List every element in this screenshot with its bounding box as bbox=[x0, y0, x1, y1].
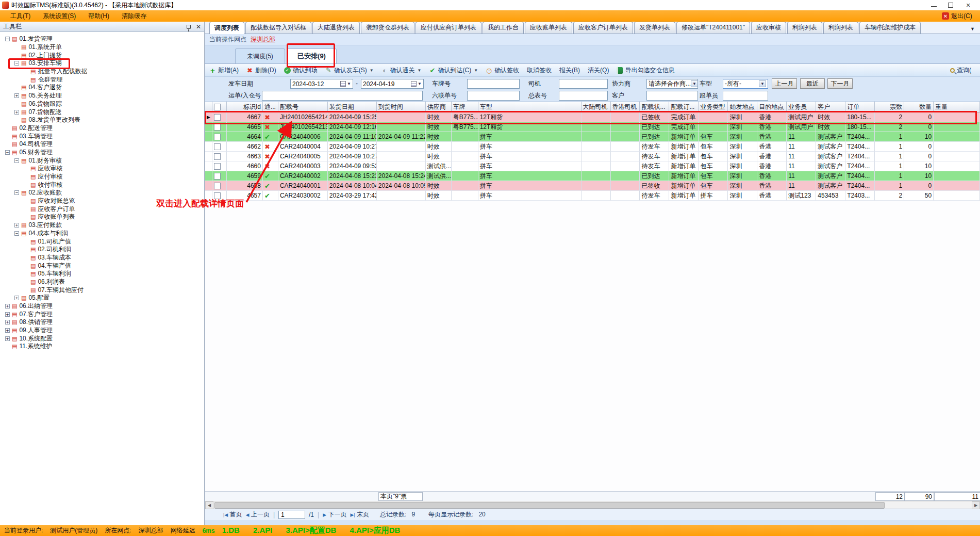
tab-装卸货仓群列表[interactable]: 装卸货仓群列表 bbox=[361, 22, 414, 34]
pin-icon[interactable] bbox=[187, 25, 191, 29]
column-header-客户[interactable]: 客户 bbox=[816, 102, 845, 112]
tree-item-应收对账总览[interactable]: ▤应收对账总览 bbox=[0, 197, 204, 205]
table-row-4662[interactable]: 4662✖CAR240400042024-04-09 10:27时效拼车待发车新… bbox=[205, 142, 980, 152]
calendar-icon[interactable] bbox=[411, 81, 417, 87]
row-checkbox[interactable] bbox=[214, 134, 221, 140]
tree-expander-icon[interactable]: − bbox=[5, 150, 10, 155]
row-checkbox[interactable] bbox=[214, 153, 221, 160]
menu-tools[interactable]: 工具(T) bbox=[4, 11, 37, 22]
tree-item-05.配置[interactable]: +▤05.配置 bbox=[0, 294, 204, 302]
tree-item-08.发货单更改列表[interactable]: ▤08.发货单更改列表 bbox=[0, 116, 204, 124]
netpoint-value[interactable]: 深圳总部 bbox=[251, 35, 275, 44]
customer-input[interactable] bbox=[646, 91, 698, 101]
toolbar-button-新增(A)[interactable]: +新增(A) bbox=[209, 66, 239, 75]
tab-调度列表[interactable]: 调度列表 bbox=[209, 22, 244, 34]
tree-expander-icon[interactable]: − bbox=[14, 231, 19, 236]
table-row-4663[interactable]: 4663✖CAR240400052024-04-09 10:27时效拼车待发车新… bbox=[205, 152, 980, 161]
column-header-供应商[interactable]: 供应商 bbox=[426, 102, 452, 112]
column-header-目的地点[interactable]: 目的地点 bbox=[757, 102, 787, 112]
tab-车辆/托架维护成本[interactable]: 车辆/托架维护成本 bbox=[859, 22, 921, 34]
tree-item-07.客户管理[interactable]: +▤07.客户管理 bbox=[0, 310, 204, 318]
tab-我的工作台[interactable]: 我的工作台 bbox=[483, 22, 524, 34]
tree-item-01.财务审核[interactable]: −▤01.财务审核 bbox=[0, 156, 204, 165]
tab-应付供应商订单列表[interactable]: 应付供应商订单列表 bbox=[416, 22, 481, 34]
tree-expander-icon[interactable]: − bbox=[14, 61, 19, 66]
tree-item-02.应收账款[interactable]: −▤02.应收账款 bbox=[0, 189, 204, 197]
close-button[interactable]: × bbox=[965, 2, 972, 8]
tree-item-02.配送管理[interactable]: ▤02.配送管理 bbox=[0, 124, 204, 133]
tree-item-06.货物跟踪[interactable]: ▤06.货物跟踪 bbox=[0, 100, 204, 108]
scrollbar-thumb[interactable] bbox=[214, 502, 885, 509]
tree-item-应收账单列表[interactable]: ▤应收账单列表 bbox=[0, 213, 204, 221]
tab-利润列表[interactable]: 利润列表 bbox=[823, 22, 858, 34]
toolbar-button-确认发车(S)[interactable]: ✎确认发车(S)▼ bbox=[325, 66, 374, 75]
sidebar-close-icon[interactable]: ✕ bbox=[196, 23, 201, 30]
partner-combo[interactable]: 请选择合作商... bbox=[646, 79, 698, 89]
column-header-数量[interactable]: 数量 bbox=[904, 102, 934, 112]
row-checkbox[interactable] bbox=[214, 114, 221, 121]
tree-item-07.货物配送[interactable]: +▤07.货物配送 bbox=[0, 108, 204, 116]
maximize-button[interactable] bbox=[948, 3, 953, 8]
menu-system-settings[interactable]: 系统设置(S) bbox=[37, 11, 82, 22]
minimize-button[interactable] bbox=[931, 4, 937, 7]
column-header-始发地点[interactable]: 始发地点 bbox=[728, 102, 757, 112]
tree-item-03.应付账款[interactable]: +▤03.应付账款 bbox=[0, 221, 204, 230]
tree-item-04.客户退货[interactable]: ▤04.客户退货 bbox=[0, 84, 204, 92]
tree-expander-icon[interactable]: + bbox=[5, 304, 10, 308]
tab-应收客户订单列表[interactable]: 应收客户订单列表 bbox=[573, 22, 633, 34]
tree-expander-icon[interactable]: − bbox=[14, 158, 19, 163]
table-row-4657[interactable]: 4657✔CAR240300022024-03-29 17:42时效拼车待发车新… bbox=[205, 191, 980, 201]
toolbar-button-确认到场[interactable]: ✓确认到场 bbox=[284, 66, 318, 75]
driver-input[interactable] bbox=[559, 79, 608, 89]
subtab-已安排(9)[interactable]: 已安排(9) bbox=[287, 48, 337, 63]
column-header-装货日期[interactable]: 装货日期 bbox=[328, 102, 377, 112]
plate-input[interactable] bbox=[467, 79, 520, 89]
column-header-订单[interactable]: 订单 bbox=[845, 102, 875, 112]
menu-clear-cache[interactable]: 清除缓存 bbox=[115, 11, 153, 22]
row-checkbox[interactable] bbox=[214, 163, 221, 170]
column-header-业务类型[interactable]: 业务类型 bbox=[699, 102, 728, 112]
tree-expander-icon[interactable]: − bbox=[5, 37, 10, 41]
tree-item-05.财务管理[interactable]: −▤05.财务管理 bbox=[0, 149, 204, 157]
tree-expander-icon[interactable]: + bbox=[14, 110, 19, 115]
tree-item-08.供销管理[interactable]: +▤08.供销管理 bbox=[0, 318, 204, 327]
tree-item-01.系统开单[interactable]: ▤01.系统开单 bbox=[0, 43, 204, 52]
master-input[interactable] bbox=[559, 91, 608, 101]
column-header-checkbox[interactable] bbox=[212, 102, 227, 112]
tree-expander-icon[interactable]: − bbox=[14, 190, 19, 195]
subtab-未调度(5)[interactable]: 未调度(5) bbox=[235, 48, 285, 63]
tree-item-应收审核[interactable]: ▤应收审核 bbox=[0, 165, 204, 173]
tab-应收审核[interactable]: 应收审核 bbox=[751, 22, 786, 34]
row-checkbox[interactable] bbox=[214, 124, 221, 131]
table-row-4664[interactable]: 4664✔CAR240400062024-04-09 11:102024-04-… bbox=[205, 132, 980, 142]
recent-button[interactable]: 最近 bbox=[800, 78, 825, 89]
tree-expander-icon[interactable]: + bbox=[5, 320, 10, 324]
column-header-大陆司机[interactable]: 大陆司机 bbox=[582, 102, 611, 112]
tree-item-02.司机利润[interactable]: ▤02.司机利润 bbox=[0, 246, 204, 254]
tree-item-06.利润表[interactable]: ▤06.利润表 bbox=[0, 278, 204, 286]
tree-item-04.司机管理[interactable]: ▤04.司机管理 bbox=[0, 140, 204, 149]
tab-配载数据导入对话框[interactable]: 配载数据导入对话框 bbox=[245, 22, 311, 34]
row-checkbox[interactable] bbox=[214, 192, 221, 199]
last-page-button[interactable]: ▶| 末页 bbox=[350, 510, 369, 519]
tree-item-11.系统维护[interactable]: ▤11.系统维护 bbox=[0, 343, 204, 351]
tree-item-01.司机产值[interactable]: ▤01.司机产值 bbox=[0, 237, 204, 246]
tree-item-03.车辆管理[interactable]: ▤03.车辆管理 bbox=[0, 132, 204, 140]
tree-item-05.车辆利润[interactable]: ▤05.车辆利润 bbox=[0, 270, 204, 278]
follower-input[interactable] bbox=[723, 91, 768, 101]
scroll-left-icon[interactable]: ◀ bbox=[205, 501, 213, 509]
tree-item-02.上门提货[interactable]: ▤02.上门提货 bbox=[0, 51, 204, 59]
column-header-重量[interactable]: 重量 bbox=[934, 102, 980, 112]
table-row-4665[interactable]: 4665✖JH2401026542132024-04-09 12:16时效粤B7… bbox=[205, 122, 980, 132]
column-header-票数[interactable]: 票数 bbox=[875, 102, 904, 112]
row-checkbox[interactable] bbox=[214, 173, 221, 180]
horizontal-scrollbar[interactable]: ◀ ▶ bbox=[205, 501, 980, 509]
tab-overflow-icon[interactable]: ▼ bbox=[970, 26, 975, 31]
column-header-业务员[interactable]: 业务员 bbox=[787, 102, 816, 112]
sixbill-input[interactable] bbox=[467, 91, 520, 101]
tab-发货单列表[interactable]: 发货单列表 bbox=[634, 22, 675, 34]
tree-item-03.安排车辆[interactable]: −▤03.安排车辆 bbox=[0, 59, 204, 68]
chevron-down-icon[interactable]: ▼ bbox=[418, 68, 422, 73]
tree-expander-icon[interactable]: + bbox=[5, 312, 10, 317]
tree-item-收付审核[interactable]: ▤收付审核 bbox=[0, 181, 204, 189]
